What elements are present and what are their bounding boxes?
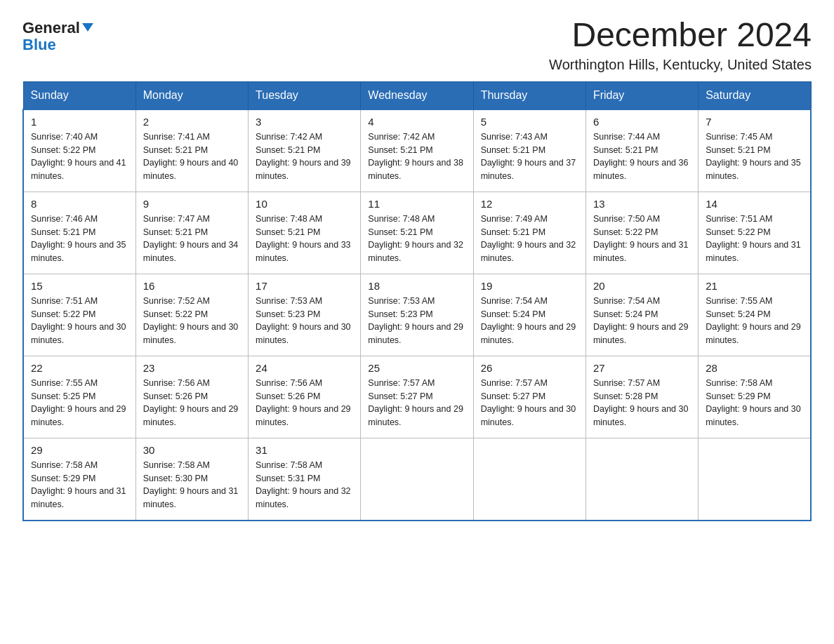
day-number: 20 — [593, 280, 691, 292]
calendar-cell — [361, 438, 473, 521]
calendar-cell: 9Sunrise: 7:47 AMSunset: 5:21 PMDaylight… — [135, 192, 248, 274]
calendar-body: 1Sunrise: 7:40 AMSunset: 5:22 PMDaylight… — [23, 109, 811, 521]
calendar-cell: 6Sunrise: 7:44 AMSunset: 5:21 PMDaylight… — [585, 109, 698, 192]
day-info: Sunrise: 7:53 AMSunset: 5:23 PMDaylight:… — [368, 295, 465, 347]
logo-text: General — [22, 20, 93, 36]
calendar-cell: 13Sunrise: 7:50 AMSunset: 5:22 PMDayligh… — [585, 192, 698, 274]
main-title: December 2024 — [549, 17, 812, 54]
calendar-cell: 19Sunrise: 7:54 AMSunset: 5:24 PMDayligh… — [473, 274, 585, 356]
calendar-cell: 16Sunrise: 7:52 AMSunset: 5:22 PMDayligh… — [135, 274, 248, 356]
header-saturday: Saturday — [699, 81, 811, 109]
day-info: Sunrise: 7:58 AMSunset: 5:29 PMDaylight:… — [706, 377, 803, 429]
day-number: 24 — [256, 362, 353, 374]
day-info: Sunrise: 7:44 AMSunset: 5:21 PMDaylight:… — [593, 130, 691, 183]
day-info: Sunrise: 7:41 AMSunset: 5:21 PMDaylight:… — [143, 130, 241, 183]
week-row-2: 8Sunrise: 7:46 AMSunset: 5:21 PMDaylight… — [23, 192, 811, 274]
header-sunday: Sunday — [23, 81, 135, 109]
day-info: Sunrise: 7:46 AMSunset: 5:21 PMDaylight:… — [31, 213, 128, 265]
day-info: Sunrise: 7:48 AMSunset: 5:21 PMDaylight:… — [256, 213, 353, 265]
day-info: Sunrise: 7:58 AMSunset: 5:30 PMDaylight:… — [143, 459, 241, 511]
calendar-cell: 12Sunrise: 7:49 AMSunset: 5:21 PMDayligh… — [473, 192, 585, 274]
day-info: Sunrise: 7:54 AMSunset: 5:24 PMDaylight:… — [593, 295, 691, 347]
day-info: Sunrise: 7:51 AMSunset: 5:22 PMDaylight:… — [31, 295, 128, 347]
day-info: Sunrise: 7:57 AMSunset: 5:27 PMDaylight:… — [481, 377, 578, 429]
calendar-cell: 5Sunrise: 7:43 AMSunset: 5:21 PMDaylight… — [473, 109, 585, 192]
page-header: General Blue December 2024 Worthington H… — [22, 17, 812, 73]
day-number: 5 — [481, 116, 578, 128]
calendar-cell: 2Sunrise: 7:41 AMSunset: 5:21 PMDaylight… — [135, 109, 248, 192]
calendar-cell: 24Sunrise: 7:56 AMSunset: 5:26 PMDayligh… — [249, 356, 361, 438]
subtitle: Worthington Hills, Kentucky, United Stat… — [549, 57, 812, 73]
title-block: December 2024 Worthington Hills, Kentuck… — [549, 17, 812, 73]
calendar-cell: 20Sunrise: 7:54 AMSunset: 5:24 PMDayligh… — [585, 274, 698, 356]
calendar-table: SundayMondayTuesdayWednesdayThursdayFrid… — [22, 81, 812, 521]
calendar-cell: 26Sunrise: 7:57 AMSunset: 5:27 PMDayligh… — [473, 356, 585, 438]
calendar-cell: 8Sunrise: 7:46 AMSunset: 5:21 PMDaylight… — [23, 192, 135, 274]
week-row-1: 1Sunrise: 7:40 AMSunset: 5:22 PMDaylight… — [23, 109, 811, 192]
day-number: 13 — [593, 198, 691, 210]
calendar-cell: 22Sunrise: 7:55 AMSunset: 5:25 PMDayligh… — [23, 356, 135, 438]
header-friday: Friday — [585, 81, 698, 109]
header-thursday: Thursday — [473, 81, 585, 109]
day-info: Sunrise: 7:49 AMSunset: 5:21 PMDaylight:… — [481, 213, 578, 265]
calendar-cell: 31Sunrise: 7:58 AMSunset: 5:31 PMDayligh… — [249, 438, 361, 521]
calendar-cell: 7Sunrise: 7:45 AMSunset: 5:21 PMDaylight… — [699, 109, 811, 192]
day-info: Sunrise: 7:52 AMSunset: 5:22 PMDaylight:… — [143, 295, 241, 347]
day-number: 12 — [481, 198, 578, 210]
header-monday: Monday — [135, 81, 248, 109]
day-number: 7 — [706, 116, 803, 128]
calendar-cell — [473, 438, 585, 521]
day-info: Sunrise: 7:56 AMSunset: 5:26 PMDaylight:… — [143, 377, 241, 429]
day-info: Sunrise: 7:57 AMSunset: 5:28 PMDaylight:… — [593, 377, 691, 429]
calendar-cell: 21Sunrise: 7:55 AMSunset: 5:24 PMDayligh… — [699, 274, 811, 356]
calendar-cell: 3Sunrise: 7:42 AMSunset: 5:21 PMDaylight… — [249, 109, 361, 192]
calendar-cell: 11Sunrise: 7:48 AMSunset: 5:21 PMDayligh… — [361, 192, 473, 274]
day-number: 3 — [256, 116, 353, 128]
day-number: 9 — [143, 198, 241, 210]
day-number: 17 — [256, 280, 353, 292]
calendar-cell: 17Sunrise: 7:53 AMSunset: 5:23 PMDayligh… — [249, 274, 361, 356]
calendar-cell: 29Sunrise: 7:58 AMSunset: 5:29 PMDayligh… — [23, 438, 135, 521]
calendar-cell: 28Sunrise: 7:58 AMSunset: 5:29 PMDayligh… — [699, 356, 811, 438]
calendar-cell: 23Sunrise: 7:56 AMSunset: 5:26 PMDayligh… — [135, 356, 248, 438]
calendar-cell: 15Sunrise: 7:51 AMSunset: 5:22 PMDayligh… — [23, 274, 135, 356]
day-number: 30 — [143, 444, 241, 456]
day-info: Sunrise: 7:42 AMSunset: 5:21 PMDaylight:… — [368, 130, 465, 183]
day-number: 23 — [143, 362, 241, 374]
day-number: 29 — [31, 444, 128, 456]
day-number: 14 — [706, 198, 803, 210]
calendar-cell: 10Sunrise: 7:48 AMSunset: 5:21 PMDayligh… — [249, 192, 361, 274]
day-info: Sunrise: 7:55 AMSunset: 5:25 PMDaylight:… — [31, 377, 128, 429]
day-number: 22 — [31, 362, 128, 374]
calendar-cell: 1Sunrise: 7:40 AMSunset: 5:22 PMDaylight… — [23, 109, 135, 192]
day-info: Sunrise: 7:43 AMSunset: 5:21 PMDaylight:… — [481, 130, 578, 183]
day-number: 8 — [31, 198, 128, 210]
day-info: Sunrise: 7:57 AMSunset: 5:27 PMDaylight:… — [368, 377, 465, 429]
day-number: 27 — [593, 362, 691, 374]
day-info: Sunrise: 7:58 AMSunset: 5:29 PMDaylight:… — [31, 459, 128, 511]
header-tuesday: Tuesday — [249, 81, 361, 109]
calendar-cell: 27Sunrise: 7:57 AMSunset: 5:28 PMDayligh… — [585, 356, 698, 438]
week-row-3: 15Sunrise: 7:51 AMSunset: 5:22 PMDayligh… — [23, 274, 811, 356]
day-info: Sunrise: 7:54 AMSunset: 5:24 PMDaylight:… — [481, 295, 578, 347]
day-number: 31 — [256, 444, 353, 456]
calendar-cell: 4Sunrise: 7:42 AMSunset: 5:21 PMDaylight… — [361, 109, 473, 192]
day-number: 25 — [368, 362, 465, 374]
calendar-cell: 18Sunrise: 7:53 AMSunset: 5:23 PMDayligh… — [361, 274, 473, 356]
day-number: 10 — [256, 198, 353, 210]
calendar-cell — [699, 438, 811, 521]
logo-triangle-icon — [82, 23, 93, 32]
week-row-5: 29Sunrise: 7:58 AMSunset: 5:29 PMDayligh… — [23, 438, 811, 521]
logo: General Blue — [22, 20, 93, 53]
calendar-cell: 14Sunrise: 7:51 AMSunset: 5:22 PMDayligh… — [699, 192, 811, 274]
day-info: Sunrise: 7:48 AMSunset: 5:21 PMDaylight:… — [368, 213, 465, 265]
calendar-cell: 30Sunrise: 7:58 AMSunset: 5:30 PMDayligh… — [135, 438, 248, 521]
day-number: 11 — [368, 198, 465, 210]
day-number: 28 — [706, 362, 803, 374]
day-number: 18 — [368, 280, 465, 292]
day-number: 4 — [368, 116, 465, 128]
day-info: Sunrise: 7:58 AMSunset: 5:31 PMDaylight:… — [256, 459, 353, 511]
day-info: Sunrise: 7:47 AMSunset: 5:21 PMDaylight:… — [143, 213, 241, 265]
day-info: Sunrise: 7:42 AMSunset: 5:21 PMDaylight:… — [256, 130, 353, 183]
day-info: Sunrise: 7:55 AMSunset: 5:24 PMDaylight:… — [706, 295, 803, 347]
